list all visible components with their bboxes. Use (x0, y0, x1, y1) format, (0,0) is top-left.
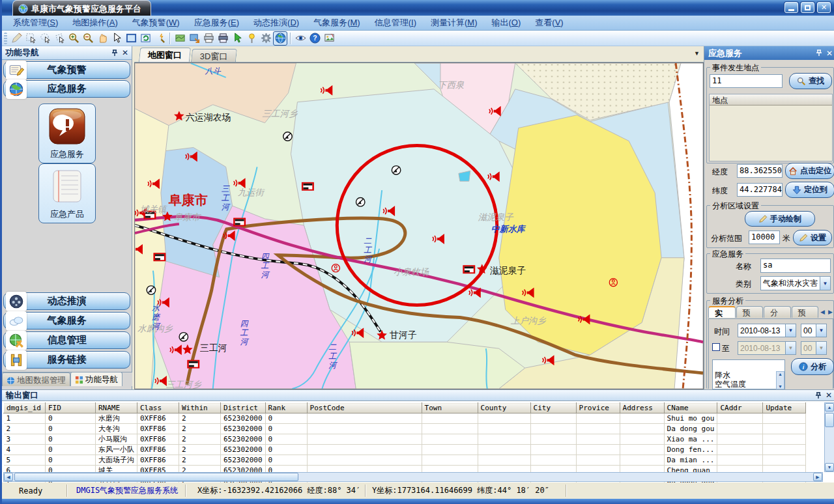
menu-item-气象预警[interactable]: 气象预警(W) (125, 16, 187, 30)
zoom-window-icon[interactable]: circle cx="7" cy="7" r="5" fill="#fdf4cf… (152, 31, 167, 46)
manual-draw-button[interactable]: 手动绘制 (745, 211, 815, 227)
close-panel-icon[interactable]: ✕ (826, 391, 832, 400)
element-listbox[interactable]: 降水空气温度 (712, 359, 785, 389)
column-header-Provice[interactable]: Provice (576, 403, 620, 413)
menu-item-气象服务[interactable]: 气象服务(M) (306, 16, 367, 30)
table-row[interactable]: 30小马厩沟0XFF8626523020000Xiao ma ... (4, 434, 806, 445)
column-header-Update[interactable]: Update (763, 403, 806, 413)
search-button[interactable]: 查找 (789, 73, 832, 89)
zoom-out-icon[interactable]: − (81, 31, 95, 46)
eye-icon[interactable] (293, 31, 308, 46)
select-lasso-icon[interactable] (38, 31, 52, 46)
service-name-input[interactable]: sa (760, 259, 831, 273)
analysis-tab-预案[interactable]: 预案 (792, 306, 819, 318)
close-panel-icon[interactable]: ✕ (826, 49, 833, 58)
station-icon[interactable] (356, 197, 364, 206)
analysis-tab-实况[interactable]: 实况 (708, 306, 736, 318)
goto-button[interactable]: 定位到 (785, 182, 834, 198)
output-vscrollbar[interactable]: ▲ ▼ (824, 402, 834, 472)
sidebar-item-气象服务[interactable]: 气象服务 (3, 312, 130, 329)
pin-icon[interactable] (816, 49, 822, 57)
column-header-CName[interactable]: CName (664, 403, 717, 413)
tab-3D窗口[interactable]: 3D窗口 (191, 49, 237, 62)
tab-scroll-left-icon[interactable]: ◀ (820, 309, 825, 315)
column-header-PostCode[interactable]: PostCode (307, 403, 422, 413)
zoom-in-icon[interactable]: + (66, 31, 81, 46)
extent-icon[interactable] (124, 31, 138, 46)
location-search-input[interactable]: 11 (710, 74, 783, 88)
close-panel-icon[interactable]: ✕ (122, 48, 128, 57)
station-icon[interactable] (283, 132, 292, 141)
green-pointer-icon[interactable] (230, 31, 244, 46)
service-type-select[interactable]: 气象和洪水灾害▼ (760, 276, 831, 290)
column-header-FID[interactable]: FID (46, 403, 96, 413)
sidebar-item-信息管理[interactable]: 信息管理 (3, 331, 130, 349)
toolbar-grip[interactable] (4, 33, 7, 44)
menu-item-测量计算[interactable]: 测量计算(M) (424, 16, 485, 30)
menu-item-系统管理[interactable]: 系统管理(S) (6, 16, 65, 30)
tab-功能导航[interactable]: 功能导航 (70, 372, 122, 386)
tab-地图数据管理[interactable]: 地图数据管理 (2, 372, 70, 386)
column-header-RNAME[interactable]: RNAME (96, 403, 137, 413)
set-range-button[interactable]: 设置 (793, 230, 832, 245)
table-row[interactable]: 50大面场子沟0XFF8626523020000Da mian ... (4, 455, 806, 466)
select-rect-icon[interactable] (23, 31, 38, 46)
hour-select[interactable]: 00▼ (801, 324, 827, 337)
locate-button[interactable]: 点击定位 (785, 163, 834, 179)
sidebar-item-服务链接[interactable]: 服务链接 (3, 351, 130, 369)
flag-icon[interactable] (302, 182, 314, 191)
close-button[interactable]: ✕ (817, 2, 831, 13)
station-icon[interactable] (392, 166, 400, 175)
pin-icon[interactable] (815, 392, 822, 399)
table-row[interactable]: 20大冬沟0XFF8626523020000Da dong gou (4, 424, 806, 434)
output-hscrollbar[interactable]: ◀ ▶ (3, 472, 823, 482)
column-header-Rank[interactable]: Rank (265, 403, 307, 413)
select-poly-icon[interactable] (52, 31, 66, 46)
column-header-District[interactable]: District (221, 403, 266, 413)
latitude-input[interactable]: 44.22778446 (737, 183, 783, 197)
print-preview-icon[interactable] (216, 31, 230, 46)
measure-icon[interactable] (9, 31, 23, 46)
dropdown-arrow-icon[interactable]: ▼ (820, 277, 830, 290)
table-row[interactable]: 40东风一小队0XFF8626523020000Dong fen... (4, 445, 806, 455)
menu-item-查看[interactable]: 查看(V) (528, 16, 570, 30)
location-list-header[interactable]: 地点 (710, 94, 832, 105)
column-header-CAddr[interactable]: CAddr (717, 403, 763, 413)
shortcut-应急服务[interactable]: 应急服务 (38, 104, 96, 163)
column-header-Town[interactable]: Town (422, 403, 478, 413)
station-icon[interactable] (179, 333, 188, 341)
column-header-Class[interactable]: Class (137, 403, 179, 413)
globe-icon[interactable] (273, 31, 287, 46)
minimize-button[interactable] (784, 2, 798, 13)
pan-icon[interactable] (95, 31, 109, 46)
tab-dropdown-icon[interactable]: ▼ (694, 50, 700, 57)
column-header-Address[interactable]: Address (620, 403, 664, 413)
sidebar-item-气象预警[interactable]: 气象预警 (3, 61, 130, 79)
help-icon[interactable]: ? (308, 31, 322, 46)
analysis-tab-分析[interactable]: 分析 (764, 306, 791, 318)
station-icon[interactable] (147, 286, 155, 294)
date-select[interactable]: 2010-08-13▼ (738, 324, 796, 337)
printer-icon[interactable] (201, 31, 216, 46)
to-date-select[interactable]: 2010-08-13▼ (738, 341, 796, 355)
menu-item-地图操作[interactable]: 地图操作(A) (65, 16, 124, 30)
longitude-input[interactable]: 88.36255063 (737, 164, 783, 178)
column-header-Within[interactable]: Within (179, 403, 221, 413)
flag-icon[interactable] (187, 360, 199, 369)
photo-icon[interactable] (322, 31, 336, 46)
location-list[interactable]: 地点 (709, 94, 833, 161)
to-checkbox[interactable] (712, 343, 720, 351)
column-header-dmgis_id[interactable]: dmgis_id (4, 403, 46, 413)
shortcut-应急产品[interactable]: 应急产品 (38, 163, 96, 223)
tab-地图窗口[interactable]: 地图窗口 (139, 48, 191, 62)
sidebar-item-动态推演[interactable]: 动态推演 (3, 292, 130, 310)
analyze-button[interactable]: i 分析 (791, 358, 834, 375)
listbox-scrollbar[interactable]: ▲▼ (776, 371, 784, 389)
menu-item-动态推演[interactable]: 动态推演(D) (246, 16, 306, 30)
sidebar-item-应急服务[interactable]: 应急服务 (3, 80, 130, 98)
to-hour-select[interactable]: 00▼ (801, 341, 827, 355)
menu-item-应急服务[interactable]: 应急服务(E) (187, 16, 246, 30)
refresh-icon[interactable] (138, 31, 152, 46)
analysis-tab-预报[interactable]: 预报 (736, 306, 764, 318)
menu-item-输出[interactable]: 输出(O) (485, 16, 528, 30)
